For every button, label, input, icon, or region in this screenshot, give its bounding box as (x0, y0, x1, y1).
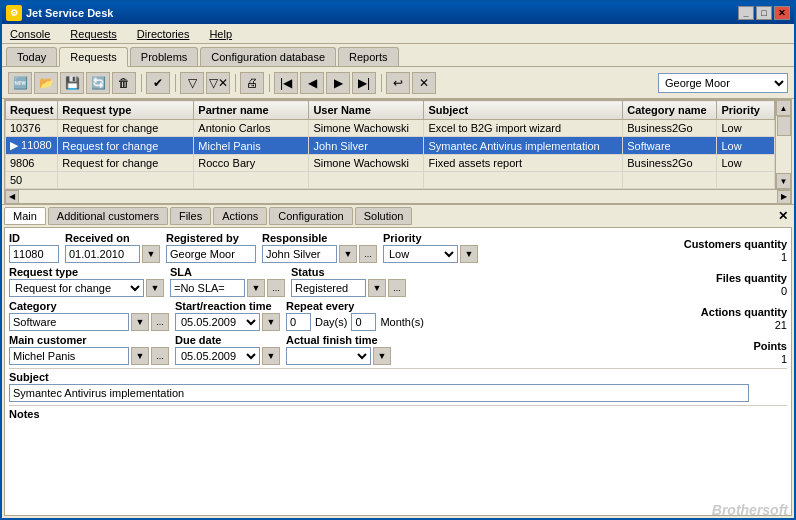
window-title: Jet Service Desk (26, 7, 738, 19)
app-icon: ⚙ (6, 5, 22, 21)
tab-today[interactable]: Today (6, 47, 57, 66)
stop-button[interactable]: ✕ (412, 72, 436, 94)
close-button[interactable]: ✕ (774, 6, 790, 20)
start-reaction-label: Start/reaction time (175, 300, 280, 312)
category-browse[interactable]: ... (151, 313, 169, 331)
responsible-field[interactable] (262, 245, 337, 263)
customers-qty-label: Customers quantity (684, 238, 787, 250)
id-label: ID (9, 232, 59, 244)
repeat-month-field[interactable] (351, 313, 376, 331)
menu-requests[interactable]: Requests (66, 27, 120, 41)
status-browse[interactable]: ... (388, 279, 406, 297)
hscroll-track (19, 190, 777, 204)
priority-dropdown[interactable]: ▼ (460, 245, 478, 263)
detail-tab-solution[interactable]: Solution (355, 207, 413, 225)
detail-tab-additional-customers[interactable]: Additional customers (48, 207, 168, 225)
minimize-button[interactable]: _ (738, 6, 754, 20)
col-user: User Name (309, 101, 424, 120)
responsible-dropdown[interactable]: ▼ (339, 245, 357, 263)
responsible-browse[interactable]: ... (359, 245, 377, 263)
main-customer-field[interactable] (9, 347, 129, 365)
maximize-button[interactable]: □ (756, 6, 772, 20)
refresh-button[interactable]: 🔄 (86, 72, 110, 94)
id-field[interactable] (9, 245, 59, 263)
table-row[interactable]: 9806 Request for change Rocco Bary Simon… (6, 155, 775, 172)
status-dropdown[interactable]: ▼ (368, 279, 386, 297)
table-row[interactable]: 10376 Request for change Antonio Carlos … (6, 120, 775, 137)
tab-reports[interactable]: Reports (338, 47, 399, 66)
start-reaction-dropdown[interactable]: ▼ (262, 313, 280, 331)
nav-prev[interactable]: ◀ (300, 72, 324, 94)
detail-tab-actions[interactable]: Actions (213, 207, 267, 225)
menu-console[interactable]: Console (6, 27, 54, 41)
new-button[interactable]: 🆕 (8, 72, 32, 94)
main-window: ⚙ Jet Service Desk _ □ ✕ Console Request… (0, 0, 796, 520)
detail-tab-main[interactable]: Main (4, 207, 46, 225)
col-type: Request type (58, 101, 194, 120)
repeat-day-field[interactable] (286, 313, 311, 331)
tab-requests[interactable]: Requests (59, 47, 127, 67)
nav-first[interactable]: |◀ (274, 72, 298, 94)
delete-button[interactable]: 🗑 (112, 72, 136, 94)
status-field[interactable] (291, 279, 366, 297)
detail-close-button[interactable]: ✕ (774, 209, 792, 223)
priority-select[interactable]: Low (383, 245, 458, 263)
category-field[interactable] (9, 313, 129, 331)
window-controls: _ □ ✕ (738, 6, 790, 20)
hscroll-right-button[interactable]: ▶ (777, 190, 791, 204)
menu-directories[interactable]: Directories (133, 27, 194, 41)
check-button[interactable]: ✔ (146, 72, 170, 94)
scroll-down-button[interactable]: ▼ (776, 173, 791, 189)
table-row[interactable]: ▶ 11080 Request for change Michel Panis … (6, 137, 775, 155)
tab-problems[interactable]: Problems (130, 47, 198, 66)
subject-field[interactable] (9, 384, 749, 402)
nav-last[interactable]: ▶| (352, 72, 376, 94)
registered-by-label: Registered by (166, 232, 256, 244)
col-category: Category name (623, 101, 717, 120)
request-type-select[interactable]: Request for change (9, 279, 144, 297)
print-button[interactable]: 🖨 (240, 72, 264, 94)
actual-finish-dropdown[interactable]: ▼ (373, 347, 391, 365)
received-on-field[interactable] (65, 245, 140, 263)
actual-finish-select[interactable] (286, 347, 371, 365)
menu-help[interactable]: Help (205, 27, 236, 41)
points-value: 1 (753, 353, 787, 365)
received-on-calendar-button[interactable]: ▼ (142, 245, 160, 263)
scroll-up-button[interactable]: ▲ (776, 100, 791, 116)
user-select[interactable]: George Moor (658, 73, 788, 93)
received-on-label: Received on (65, 232, 160, 244)
actions-qty-value: 21 (701, 319, 787, 331)
due-date-select[interactable]: 05.05.2009 (175, 347, 260, 365)
table-row-footer: 50 (6, 172, 775, 189)
undo-button[interactable]: ↩ (386, 72, 410, 94)
category-dropdown[interactable]: ▼ (131, 313, 149, 331)
registered-by-field[interactable] (166, 245, 256, 263)
scroll-thumb[interactable] (777, 116, 791, 136)
tab-configuration-database[interactable]: Configuration database (200, 47, 336, 66)
sla-browse[interactable]: ... (267, 279, 285, 297)
sla-field[interactable] (170, 279, 245, 297)
save-button[interactable]: 💾 (60, 72, 84, 94)
request-type-dropdown[interactable]: ▼ (146, 279, 164, 297)
col-partner: Partner name (194, 101, 309, 120)
open-button[interactable]: 📂 (34, 72, 58, 94)
sep5 (378, 72, 384, 94)
detail-tab-files[interactable]: Files (170, 207, 211, 225)
due-date-label: Due date (175, 334, 280, 346)
sep2 (172, 72, 178, 94)
sla-dropdown[interactable]: ▼ (247, 279, 265, 297)
nav-next[interactable]: ▶ (326, 72, 350, 94)
requests-table: Request ID Request type Partner name Use… (5, 100, 775, 189)
filter-button[interactable]: ▽ (180, 72, 204, 94)
title-bar: ⚙ Jet Service Desk _ □ ✕ (2, 2, 794, 24)
hscroll-left-button[interactable]: ◀ (5, 190, 19, 204)
main-customer-browse[interactable]: ... (151, 347, 169, 365)
main-customer-dropdown[interactable]: ▼ (131, 347, 149, 365)
detail-tab-configuration[interactable]: Configuration (269, 207, 352, 225)
watermark: Brothersoft (712, 502, 788, 518)
col-subject: Subject (424, 101, 623, 120)
start-reaction-select[interactable]: 05.05.2009 (175, 313, 260, 331)
filter-clear-button[interactable]: ▽✕ (206, 72, 230, 94)
due-date-dropdown[interactable]: ▼ (262, 347, 280, 365)
files-qty-label: Files quantity (716, 272, 787, 284)
